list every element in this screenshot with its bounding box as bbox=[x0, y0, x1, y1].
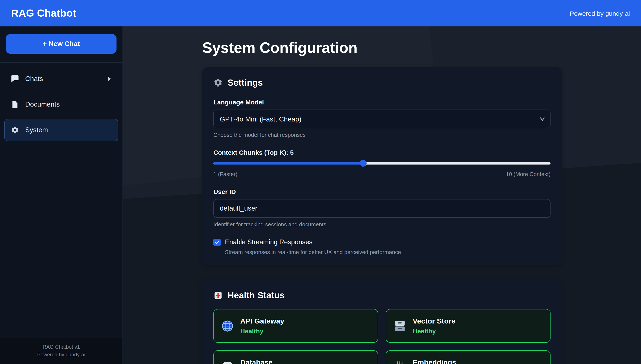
settings-card-title: Settings bbox=[228, 78, 263, 88]
card-file-icon bbox=[393, 319, 407, 333]
health-item-name: Vector Store bbox=[413, 317, 455, 326]
gear-icon bbox=[213, 78, 223, 88]
health-item-name: API Gateway bbox=[240, 317, 284, 326]
sidebar-item-label: Chats bbox=[25, 75, 101, 83]
health-item-name: Embeddings bbox=[413, 358, 456, 364]
chat-bubble-icon bbox=[11, 74, 19, 83]
streaming-checkbox-label: Enable Streaming Responses bbox=[225, 238, 312, 246]
health-item-status: Healthy bbox=[240, 327, 284, 334]
health-item-name: Database bbox=[240, 358, 273, 364]
sidebar-item-chats[interactable]: Chats bbox=[4, 68, 118, 90]
sidebar-nav: Chats Documents System bbox=[0, 63, 122, 146]
gear-icon bbox=[11, 126, 19, 134]
new-chat-button[interactable]: + New Chat bbox=[6, 34, 116, 54]
database-icon bbox=[221, 360, 234, 364]
sidebar-item-system[interactable]: System bbox=[4, 119, 118, 141]
app-version: RAG Chatbot v1 bbox=[4, 344, 118, 351]
user-id-label: User ID bbox=[213, 188, 551, 195]
page-title: System Configuration bbox=[202, 39, 562, 56]
settings-card: Settings Language Model GPT-4o Mini (Fas… bbox=[202, 67, 562, 266]
health-card-title: Health Status bbox=[228, 290, 285, 300]
health-grid: API Gateway Healthy Vector Store Healthy bbox=[213, 309, 551, 364]
powered-by-text: Powered by gundy-ai bbox=[570, 10, 630, 17]
slider-min-label: 1 (Faster) bbox=[213, 171, 238, 177]
health-item-status: Healthy bbox=[413, 327, 455, 334]
health-item-database: Database Healthy bbox=[213, 350, 378, 364]
app-root: RAG Chatbot Powered by gundy-ai + New Ch… bbox=[0, 0, 641, 364]
sidebar-footer: RAG Chatbot v1 Powered by gundy-ai bbox=[0, 338, 122, 364]
slider-thumb[interactable] bbox=[360, 160, 367, 167]
streaming-checkbox-row[interactable]: Enable Streaming Responses bbox=[213, 238, 551, 246]
sidebar-item-label: Documents bbox=[25, 100, 112, 108]
main-area: System Configuration Settings Language M… bbox=[123, 26, 641, 364]
language-model-helper: Choose the model for chat responses bbox=[213, 132, 551, 138]
chip-icon bbox=[393, 360, 407, 364]
language-model-select[interactable]: GPT-4o Mini (Fast, Cheap) bbox=[213, 110, 551, 128]
footer-powered-by: Powered by gundy-ai bbox=[4, 351, 118, 358]
slider-max-label: 10 (More Context) bbox=[506, 171, 551, 177]
sidebar-item-label: System bbox=[25, 126, 112, 134]
context-chunks-label: Context Chunks (Top K): 5 bbox=[213, 149, 551, 156]
sidebar-item-documents[interactable]: Documents bbox=[4, 93, 118, 116]
checkbox-checked-icon[interactable] bbox=[213, 238, 221, 246]
top-header: RAG Chatbot Powered by gundy-ai bbox=[0, 0, 641, 26]
app-title: RAG Chatbot bbox=[11, 7, 76, 19]
health-item-embeddings: Embeddings Healthy bbox=[386, 350, 551, 364]
user-id-helper: Identifier for tracking sessions and doc… bbox=[213, 221, 551, 228]
chevron-right-icon[interactable] bbox=[107, 76, 112, 82]
health-item-vector-store: Vector Store Healthy bbox=[386, 309, 551, 343]
health-status-card: Health Status API Gateway Healthy bbox=[202, 280, 562, 364]
streaming-helper: Stream responses in real-time for better… bbox=[225, 249, 551, 255]
sidebar: + New Chat Chats Document bbox=[0, 26, 123, 364]
hospital-icon bbox=[213, 291, 223, 300]
document-icon bbox=[11, 100, 19, 109]
slider-fill bbox=[213, 162, 363, 164]
context-chunks-slider[interactable] bbox=[213, 160, 551, 167]
health-item-api-gateway: API Gateway Healthy bbox=[213, 309, 378, 343]
user-id-input[interactable] bbox=[213, 199, 551, 218]
language-model-label: Language Model bbox=[213, 98, 551, 106]
globe-icon bbox=[221, 319, 234, 333]
